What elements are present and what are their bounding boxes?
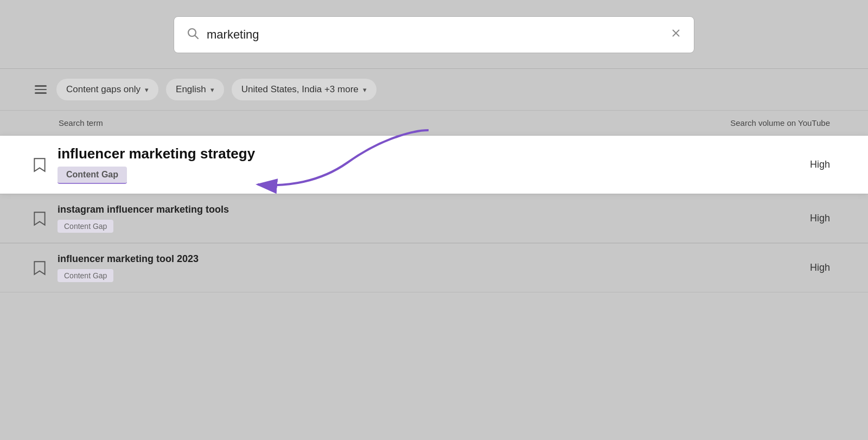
clear-icon[interactable] [670, 27, 682, 42]
row-volume: High [810, 213, 835, 224]
content-gaps-chevron: ▾ [145, 86, 149, 94]
table-row: influencer marketing tool 2023 Content G… [0, 244, 868, 292]
table-header: Search term Search volume on YouTube [0, 111, 868, 135]
content-gap-badge: Content Gap [58, 167, 127, 184]
content-gap-badge: Content Gap [58, 220, 113, 233]
row-volume: High [810, 159, 835, 170]
row-title: influencer marketing tool 2023 [58, 253, 199, 265]
location-filter[interactable]: United States, India +3 more ▾ [232, 79, 376, 100]
content-gap-badge: Content Gap [58, 269, 113, 282]
language-filter[interactable]: English ▾ [166, 79, 224, 100]
table-row: instagram influencer marketing tools Con… [0, 194, 868, 243]
search-input[interactable]: marketing [207, 28, 662, 42]
row-content: influencer marketing strategy Content Ga… [58, 145, 255, 184]
location-chevron: ▾ [363, 86, 367, 94]
row-left: influencer marketing strategy Content Ga… [33, 145, 255, 184]
language-label: English [176, 84, 206, 95]
table-body: influencer marketing strategy Content Ga… [0, 136, 868, 440]
col-search-volume-header: Search volume on YouTube [730, 118, 835, 127]
location-label: United States, India +3 more [241, 84, 359, 95]
row-title: influencer marketing strategy [58, 145, 255, 162]
filter-bar: Content gaps only ▾ English ▾ United Sta… [0, 69, 868, 110]
page-wrapper: marketing Content gaps only ▾ English ▾ … [0, 0, 868, 440]
row-volume: High [810, 262, 835, 273]
row-left: instagram influencer marketing tools Con… [33, 204, 229, 233]
content-gaps-label: Content gaps only [66, 84, 141, 95]
search-section: marketing [0, 0, 868, 68]
bookmark-icon[interactable] [33, 211, 47, 227]
row-title: instagram influencer marketing tools [58, 204, 229, 215]
bookmark-icon[interactable] [33, 157, 47, 173]
search-box: marketing [174, 16, 694, 53]
row-content: instagram influencer marketing tools Con… [58, 204, 229, 233]
bookmark-icon[interactable] [33, 260, 47, 276]
content-gaps-filter[interactable]: Content gaps only ▾ [56, 79, 158, 100]
svg-line-1 [195, 36, 199, 39]
table-row: influencer marketing strategy Content Ga… [0, 136, 868, 194]
row-left: influencer marketing tool 2023 Content G… [33, 253, 199, 282]
row-content: influencer marketing tool 2023 Content G… [58, 253, 199, 282]
filter-menu-icon[interactable] [33, 83, 49, 96]
language-chevron: ▾ [210, 86, 214, 94]
search-icon [186, 27, 199, 43]
col-search-term-header: Search term [59, 118, 103, 127]
